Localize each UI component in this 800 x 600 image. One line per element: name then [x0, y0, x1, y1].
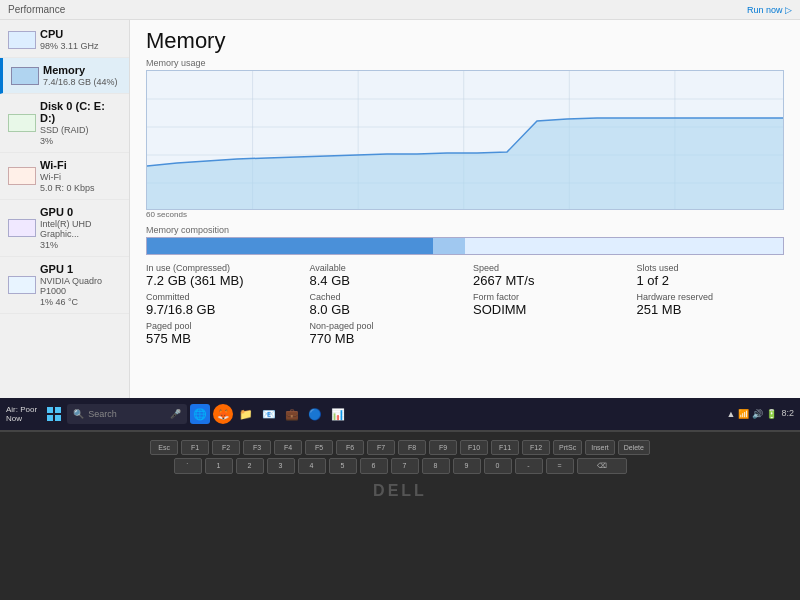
key-6[interactable]: 6	[360, 458, 388, 474]
available-label: Available	[310, 263, 458, 273]
speed-value: 2667 MT/s	[473, 273, 621, 288]
key-esc[interactable]: Esc	[150, 440, 178, 455]
search-label: Search	[88, 409, 117, 419]
keyboard-row-function: Esc F1 F2 F3 F4 F5 F6 F7 F8 F9 F10 F11 F…	[150, 440, 650, 455]
sidebar-cpu-detail: 98% 3.11 GHz	[40, 41, 99, 51]
hw-reserved-value: 251 MB	[637, 302, 785, 317]
stat-in-use: In use (Compressed) 7.2 GB (361 MB)	[146, 263, 294, 288]
taskbar-folder-icon[interactable]: 📁	[236, 404, 256, 424]
sidebar-gpu0-detail: Intel(R) UHD Graphic...	[40, 219, 121, 239]
taskbar-left: Air: Poor Now 🔍 Search 🎤 🌐 🦊 📁	[6, 404, 723, 424]
key-7[interactable]: 7	[391, 458, 419, 474]
stat-non-paged: Non-paged pool 770 MB	[310, 321, 458, 346]
taskbar-mail-icon[interactable]: 📧	[259, 404, 279, 424]
paged-pool-value: 575 MB	[146, 331, 294, 346]
key-2[interactable]: 2	[236, 458, 264, 474]
windows-button[interactable]	[44, 404, 64, 424]
taskbar: Air: Poor Now 🔍 Search 🎤 🌐 🦊 📁	[0, 398, 800, 430]
key-f4[interactable]: F4	[274, 440, 302, 455]
stat-hw-reserved: Hardware reserved 251 MB	[637, 292, 785, 317]
tray-network-icon: 📶	[738, 409, 749, 419]
key-f9[interactable]: F9	[429, 440, 457, 455]
key-f8[interactable]: F8	[398, 440, 426, 455]
sidebar-wifi-label: Wi-Fi	[40, 159, 95, 171]
sidebar-disk-label: Disk 0 (C: E: D:)	[40, 100, 121, 124]
stat-cached: Cached 8.0 GB	[310, 292, 458, 317]
sidebar-gpu1-label: GPU 1	[40, 263, 121, 275]
memory-graph-svg	[147, 71, 783, 210]
tray-up-arrow[interactable]: ▲	[727, 409, 736, 419]
page-title: Memory	[146, 28, 784, 54]
key-f7[interactable]: F7	[367, 440, 395, 455]
cached-value: 8.0 GB	[310, 302, 458, 317]
stat-paged-pool: Paged pool 575 MB	[146, 321, 294, 346]
time-label: 60 seconds	[146, 210, 784, 219]
key-insert[interactable]: Insert	[585, 440, 615, 455]
committed-value: 9.7/16.8 GB	[146, 302, 294, 317]
sidebar-item-disk[interactable]: Disk 0 (C: E: D:) SSD (RAID) 3%	[0, 94, 129, 153]
slots-value: 1 of 2	[637, 273, 785, 288]
key-f11[interactable]: F11	[491, 440, 519, 455]
sidebar-cpu-label: CPU	[40, 28, 99, 40]
sidebar-item-memory[interactable]: Memory 7.4/16.8 GB (44%)	[0, 58, 129, 94]
key-5[interactable]: 5	[329, 458, 357, 474]
sidebar-item-gpu0[interactable]: GPU 0 Intel(R) UHD Graphic... 31%	[0, 200, 129, 257]
air-quality-text: Air: Poor	[6, 405, 37, 414]
run-now-button[interactable]: Run now ▷	[747, 5, 792, 15]
key-0[interactable]: 0	[484, 458, 512, 474]
key-f3[interactable]: F3	[243, 440, 271, 455]
search-bar[interactable]: 🔍 Search 🎤	[67, 404, 187, 424]
key-delete[interactable]: Delete	[618, 440, 650, 455]
key-9[interactable]: 9	[453, 458, 481, 474]
key-backspace[interactable]: ⌫	[577, 458, 627, 474]
clock-time: 8:2	[781, 408, 794, 420]
stat-slots: Slots used 1 of 2	[637, 263, 785, 288]
sidebar-disk-detail: SSD (RAID)	[40, 125, 121, 135]
dell-logo: DELL	[373, 482, 427, 500]
svg-rect-12	[55, 415, 61, 421]
key-1[interactable]: 1	[205, 458, 233, 474]
non-paged-value: 770 MB	[310, 331, 458, 346]
taskbar-firefox-icon[interactable]: 🦊	[213, 404, 233, 424]
key-f12[interactable]: F12	[522, 440, 550, 455]
taskbar-teams-icon[interactable]: 💼	[282, 404, 302, 424]
taskbar-right: ▲ 📶 🔊 🔋 8:2	[727, 408, 794, 420]
memory-panel: Memory Memory usage	[130, 20, 800, 430]
sidebar-disk-detail2: 3%	[40, 136, 121, 146]
key-prtsc[interactable]: PrtSc	[553, 440, 582, 455]
in-use-label: In use (Compressed)	[146, 263, 294, 273]
search-icon: 🔍	[73, 409, 84, 419]
key-f1[interactable]: F1	[181, 440, 209, 455]
hw-reserved-label: Hardware reserved	[637, 292, 785, 302]
graph-area	[147, 118, 783, 210]
app-title: Performance	[8, 4, 65, 15]
taskbar-chrome-icon[interactable]: 🔵	[305, 404, 325, 424]
key-backtick[interactable]: `	[174, 458, 202, 474]
key-f5[interactable]: F5	[305, 440, 333, 455]
sidebar-item-gpu1[interactable]: GPU 1 NVIDIA Quadro P1000 1% 46 °C	[0, 257, 129, 314]
key-f6[interactable]: F6	[336, 440, 364, 455]
key-f2[interactable]: F2	[212, 440, 240, 455]
sidebar-memory-label: Memory	[43, 64, 118, 76]
key-8[interactable]: 8	[422, 458, 450, 474]
key-3[interactable]: 3	[267, 458, 295, 474]
memory-usage-graph	[146, 70, 784, 210]
non-paged-label: Non-paged pool	[310, 321, 458, 331]
taskbar-monitor-icon[interactable]: 📊	[328, 404, 348, 424]
speed-label: Speed	[473, 263, 621, 273]
sidebar-wifi-detail2: 5.0 R: 0 Kbps	[40, 183, 95, 193]
system-clock[interactable]: 8:2	[781, 408, 794, 420]
stat-form-factor: Form factor SODIMM	[473, 292, 621, 317]
key-equals[interactable]: =	[546, 458, 574, 474]
stats-grid: In use (Compressed) 7.2 GB (361 MB) Avai…	[146, 263, 784, 346]
taskbar-browser-icon[interactable]: 🌐	[190, 404, 210, 424]
key-f10[interactable]: F10	[460, 440, 488, 455]
sidebar-item-wifi[interactable]: Wi-Fi Wi-Fi 5.0 R: 0 Kbps	[0, 153, 129, 200]
bar-in-use	[147, 238, 433, 254]
sidebar-item-cpu[interactable]: CPU 98% 3.11 GHz	[0, 22, 129, 58]
sidebar-gpu0-detail2: 31%	[40, 240, 121, 250]
sidebar-gpu1-detail2: 1% 46 °C	[40, 297, 121, 307]
tray-battery-icon: 🔋	[766, 409, 777, 419]
key-minus[interactable]: -	[515, 458, 543, 474]
key-4[interactable]: 4	[298, 458, 326, 474]
